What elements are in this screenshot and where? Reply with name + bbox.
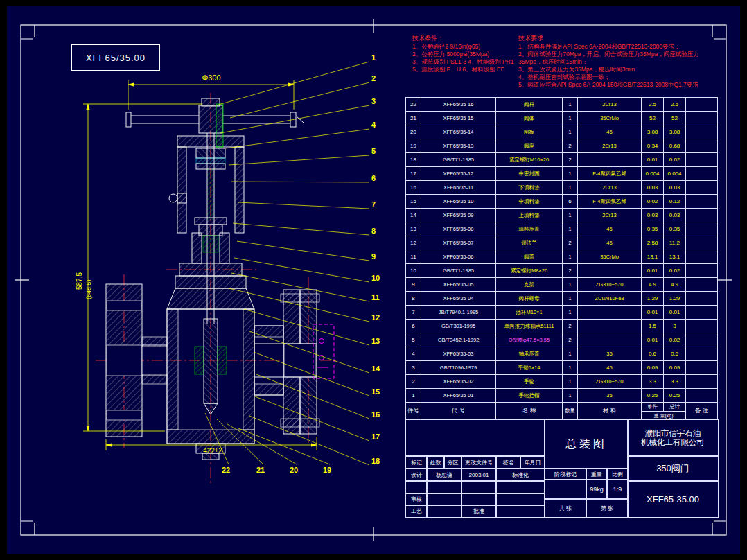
parts-row: 10GB/T71-1985紧定螺钉M8×2020.010.02 xyxy=(406,264,718,278)
parts-cell: XFF65/35-03 xyxy=(421,347,496,361)
parts-cell: 阀盖 xyxy=(496,250,563,264)
design-date: 2003.01 xyxy=(461,468,497,482)
parts-cell: 5 xyxy=(406,333,421,347)
parts-cell: 0.03 xyxy=(664,209,686,222)
parts-row: 17XFF65/35-12中密封圈1F-4聚四氟乙烯0.0040.004 xyxy=(406,167,718,181)
parts-cell: 0.09 xyxy=(664,361,686,375)
col-header-weight-kg: 重 量(kg) xyxy=(642,412,685,419)
parts-cell: XFF65/35-12 xyxy=(421,167,496,181)
parts-cell: 0.01 xyxy=(642,333,664,347)
parts-cell: XFF65/35-10 xyxy=(421,195,496,209)
parts-cell: 11 xyxy=(406,250,421,264)
balloon-5: 5 xyxy=(371,147,376,155)
parts-cell: 中填料垫 xyxy=(496,195,563,209)
parts-cell: 1 xyxy=(563,347,578,361)
parts-cell: XFF65/35-11 xyxy=(421,181,496,195)
balloon-13: 13 xyxy=(371,337,380,345)
process-label: 工艺 xyxy=(405,505,428,518)
parts-cell: GB/T71-1985 xyxy=(421,153,496,167)
parts-cell xyxy=(686,112,718,125)
parts-cell xyxy=(686,181,718,195)
tech-requirements-lines: 1、结构各件满足API Spec 6A-2004和GB/T22513-2008要… xyxy=(518,43,719,89)
parts-cell xyxy=(686,236,718,250)
parts-cell: JB/T7940.1-1995 xyxy=(421,306,496,320)
parts-cell: 0.01 xyxy=(642,306,664,320)
parts-row: 18GB/T71-1985紧定螺钉M10×2020.010.02 xyxy=(406,153,718,167)
blank-cell xyxy=(426,480,462,494)
parts-cell: 2 xyxy=(563,153,578,167)
balloon-18: 18 xyxy=(371,457,380,465)
parts-cell: 2 xyxy=(563,320,578,333)
blank-cell xyxy=(461,480,497,494)
parts-cell: XFF65/35-14 xyxy=(421,125,496,139)
drawing-number-label: XFF65/35.00 xyxy=(86,53,146,63)
parts-cell: 4 xyxy=(406,347,421,361)
parts-cell: ZG310~570 xyxy=(578,375,642,389)
parts-cell: 0.09 xyxy=(642,361,664,375)
parts-cell: 6 xyxy=(406,320,421,333)
parts-cell: 0.68 xyxy=(664,139,686,153)
parts-cell: 1 xyxy=(563,306,578,320)
parts-cell: 1 xyxy=(563,292,578,306)
blank-cell xyxy=(495,480,545,494)
parts-cell: GB/T301-1995 xyxy=(421,320,496,333)
parts-cell: 锁法兰 xyxy=(496,236,563,250)
parts-cell: 0.25 xyxy=(642,389,664,403)
blank-cell xyxy=(495,505,545,518)
tech-conditions-notes: 技术条件： 1、公称通径2 9/16in(φ65)2、公称压力 5000psi(… xyxy=(412,35,516,73)
parts-cell xyxy=(578,320,642,333)
parts-row: 8XFF65/35-04阀杆螺母1ZCuAl10Fe31.291.29 xyxy=(406,292,718,306)
col-header-no: 件号 xyxy=(406,403,421,420)
approve-label: 批准 xyxy=(461,505,497,518)
parts-row: 20XFF65/35-14闸板1453.083.08 xyxy=(406,125,718,139)
parts-cell: 1 xyxy=(563,112,578,125)
parts-cell xyxy=(578,333,642,347)
parts-cell: 1.5 xyxy=(642,320,664,333)
parts-cell: 1 xyxy=(563,250,578,264)
parts-cell: 14 xyxy=(406,209,421,222)
parts-cell: 45 xyxy=(578,236,642,250)
parts-cell: 0.6 xyxy=(642,347,664,361)
balloon-8: 8 xyxy=(371,227,376,235)
balloon-9: 9 xyxy=(371,252,376,261)
parts-cell xyxy=(686,264,718,278)
parts-cell: 0.01 xyxy=(642,153,664,167)
parts-cell xyxy=(686,361,718,375)
blank-cell xyxy=(426,505,462,518)
parts-cell xyxy=(686,209,718,222)
parts-cell: 2.5 xyxy=(664,98,686,112)
parts-cell: 35CrMo xyxy=(578,112,642,125)
parts-cell: 3 xyxy=(406,361,421,375)
parts-cell: 填料压盖 xyxy=(496,222,563,236)
design-label: 设计 xyxy=(405,468,428,482)
parts-cell: 1 xyxy=(563,209,578,222)
parts-cell: 0.35 xyxy=(664,222,686,236)
parts-cell: 0.004 xyxy=(664,167,686,181)
balloon-6: 6 xyxy=(371,174,376,182)
parts-cell: 3.08 xyxy=(642,125,664,139)
parts-cell: 20 xyxy=(406,125,421,139)
parts-cell: 紧定螺钉M8×20 xyxy=(496,264,563,278)
parts-cell: 2 xyxy=(406,375,421,389)
weight-value: 99kg xyxy=(586,479,608,500)
parts-cell: 0.03 xyxy=(664,181,686,195)
parts-row: 21XFF65/35-15阀体135CrMo5252 xyxy=(406,112,718,125)
parts-cell xyxy=(686,167,718,181)
parts-cell: 13.1 xyxy=(642,250,664,264)
parts-cell: 35 xyxy=(578,389,642,403)
col-header-note: 备 注 xyxy=(686,403,718,420)
parts-cell: XFF65/35-02 xyxy=(421,375,496,389)
parts-cell: 下填料垫 xyxy=(496,181,563,195)
parts-cell: 17 xyxy=(406,167,421,181)
parts-cell: 45 xyxy=(578,125,642,139)
sheets-total: 共 张 xyxy=(544,498,587,518)
parts-cell xyxy=(686,333,718,347)
designer-name: 杨思谦 xyxy=(426,468,462,482)
parts-cell: 45 xyxy=(578,222,642,236)
sheet-number: 第 张 xyxy=(586,498,629,518)
balloon-20: 20 xyxy=(290,466,298,474)
parts-cell: 2Cr13 xyxy=(578,98,642,112)
parts-cell: 1 xyxy=(563,389,578,403)
col-header-weight: 单件总计重 量(kg) xyxy=(642,403,686,420)
dimension-left-height: 587.5 xyxy=(76,272,83,290)
